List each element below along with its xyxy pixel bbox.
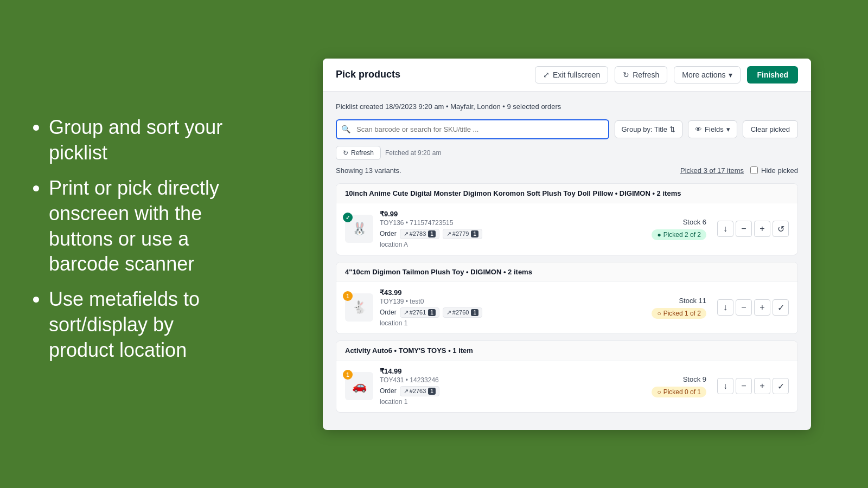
product-sku: TOY431 • 14233246 [380,376,635,384]
product-section-header: 10inch Anime Cute Digital Monster Digimo… [336,184,797,203]
refresh-small-label: Refresh [351,149,374,157]
product-badge: ✓ [343,213,353,222]
qty-check-button[interactable]: ✓ [773,299,789,316]
hide-picked-checkbox[interactable] [750,166,758,174]
stock-text: Stock 6 [683,218,706,226]
qty-minus-button[interactable]: − [736,221,752,237]
product-orders: Order↗ #2761 1↗ #2760 1 [380,307,635,318]
qty-controls: ↓−+↺ [717,221,789,237]
refresh-icon: ↻ [623,70,629,79]
product-image-wrapper: 🚗1 [345,372,373,400]
order-count-badge: 1 [428,309,436,316]
product-badge: 1 [343,291,353,301]
order-label: Order [380,387,397,395]
order-count-badge: 1 [428,388,436,395]
clear-picked-button[interactable]: Clear picked [743,120,798,138]
order-count-badge: 1 [428,230,436,237]
order-label: Order [380,309,397,316]
order-icon: ↗ [404,309,409,316]
product-section: 10inch Anime Cute Digital Monster Digimo… [336,183,798,255]
bullet-item-3: Use metafields to sort/display by produc… [49,287,233,363]
qty-check-button[interactable]: ✓ [773,378,789,394]
order-tag[interactable]: ↗ #2779 1 [443,229,482,239]
order-tag[interactable]: ↗ #2760 1 [443,307,482,318]
product-item: 🚗1₹14.99TOY431 • 14233246Order↗ #2763 1l… [336,361,797,412]
refresh-label: Refresh [633,70,659,79]
product-price: ₹43.99 [380,288,635,297]
group-by-button[interactable]: Group by: Title ⇅ [615,120,683,138]
showing-variants-text: Showing 13 variants. [336,166,401,175]
app-window: Pick products ⤢ Exit fullscreen ↻ Refres… [323,59,811,430]
qty-plus-button[interactable]: + [754,378,770,394]
qty-controls: ↓−+✓ [717,378,789,394]
more-actions-label: More actions [682,70,725,79]
hide-picked-label: Hide picked [761,166,798,175]
product-orders: Order↗ #2783 1↗ #2779 1 [380,229,635,239]
product-status-area: Stock 11○Picked 1 of 2 [641,297,706,319]
qty-down-button[interactable]: ↓ [717,378,733,394]
product-location: location 1 [380,319,635,327]
more-actions-button[interactable]: More actions ▾ [674,66,741,84]
product-sku: TOY139 • test0 [380,298,635,305]
order-count-badge: 1 [471,230,478,237]
fields-label: Fields [705,125,724,133]
exit-fullscreen-button[interactable]: ⤢ Exit fullscreen [535,66,608,84]
qty-plus-button[interactable]: + [754,299,770,316]
finished-button[interactable]: Finished [747,66,798,84]
order-count-badge: 1 [471,309,478,316]
product-status-area: Stock 6●Picked 2 of 2 [641,218,706,240]
refresh-button[interactable]: ↻ Refresh [615,66,667,84]
product-image-wrapper: 🐰✓ [345,215,373,243]
product-details: ₹14.99TOY431 • 14233246Order↗ #2763 1loc… [380,367,635,406]
picked-status-badge: ○Picked 0 of 1 [652,387,706,397]
product-details: ₹43.99TOY139 • test0Order↗ #2761 1↗ #276… [380,288,635,327]
qty-controls: ↓−+✓ [717,299,789,316]
product-status-area: Stock 9○Picked 0 of 1 [641,375,706,397]
qty-down-button[interactable]: ↓ [717,299,733,316]
order-tag[interactable]: ↗ #2763 1 [400,386,439,396]
left-panel: Group and sort your picklist Print or pi… [0,93,266,394]
qty-down-button[interactable]: ↓ [717,221,733,237]
search-wrapper: 🔍 [336,119,609,139]
product-sku: TOY136 • 711574723515 [380,219,635,227]
exit-fullscreen-label: Exit fullscreen [553,70,600,79]
product-item: 🐇1₹43.99TOY139 • test0Order↗ #2761 1↗ #2… [336,282,797,333]
order-icon: ↗ [446,230,451,237]
order-icon: ↗ [404,230,409,237]
product-details: ₹9.99TOY136 • 711574723515Order↗ #2783 1… [380,210,635,248]
product-section: 4"10cm Digimon Tailmon Plush Toy • DIGIM… [336,262,798,334]
qty-minus-button[interactable]: − [736,299,752,316]
chevron-down-icon-fields: ▾ [726,125,730,133]
products-list: 10inch Anime Cute Digital Monster Digimo… [336,183,798,419]
stats-right: Picked 3 of 17 items Hide picked [680,166,798,175]
order-label: Order [380,230,397,237]
fields-button[interactable]: 👁 Fields ▾ [688,120,737,138]
refresh-small-icon: ↻ [343,149,348,157]
picked-count-text[interactable]: Picked 3 of 17 items [680,166,744,175]
product-section-header: Activity Auto6 • TOMY'S TOYS • 1 item [336,341,797,361]
qty-minus-button[interactable]: − [736,378,752,394]
picklist-info: Picklist created 18/9/2023 9:20 am • May… [336,102,798,111]
controls-row: 🔍 Group by: Title ⇅ 👁 Fields ▾ Clear pic… [336,119,798,139]
bullet-item-2: Print or pick directly onscreen with the… [49,176,233,277]
refresh-row: ↻ Refresh Fetched at 9:20 am [336,146,798,160]
qty-reset-button[interactable]: ↺ [773,221,789,237]
product-location: location 1 [380,398,635,406]
search-input[interactable] [336,119,609,139]
product-location: location A [380,241,635,248]
product-section-header: 4"10cm Digimon Tailmon Plush Toy • DIGIM… [336,262,797,282]
order-tag[interactable]: ↗ #2761 1 [400,307,439,318]
order-tag[interactable]: ↗ #2783 1 [400,229,439,239]
search-icon: 🔍 [341,125,350,133]
refresh-small-button[interactable]: ↻ Refresh [336,146,381,160]
product-section: Activity Auto6 • TOMY'S TOYS • 1 item🚗1₹… [336,341,798,413]
stock-text: Stock 9 [683,375,706,383]
hide-picked-row: Hide picked [750,166,798,175]
group-by-label: Group by: Title [622,125,668,133]
fetched-text: Fetched at 9:20 am [385,149,441,157]
order-icon: ↗ [446,309,451,316]
product-image-wrapper: 🐇1 [345,293,373,322]
product-price: ₹14.99 [380,367,635,375]
picked-status-badge: ●Picked 2 of 2 [652,229,706,240]
qty-plus-button[interactable]: + [754,221,770,237]
